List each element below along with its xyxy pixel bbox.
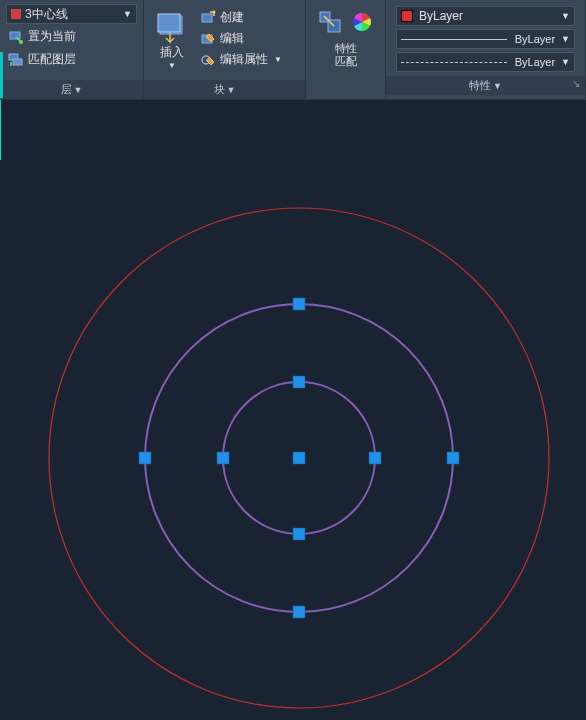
drawing-canvas[interactable] <box>0 100 586 720</box>
grip-mid-left[interactable] <box>139 452 151 464</box>
grip-inner-left[interactable] <box>217 452 229 464</box>
edit-attr-label: 编辑属性 <box>220 51 268 68</box>
insert-block-label: 插入 <box>160 44 184 61</box>
create-block-button[interactable]: 创建 <box>198 8 299 27</box>
color-value: ByLayer <box>419 9 463 23</box>
linetype-preview-icon <box>401 62 507 63</box>
svg-rect-3 <box>13 59 22 65</box>
color-wheel-icon <box>350 10 374 34</box>
edit-block-icon <box>200 31 216 47</box>
block-panel: 插入 ▼ 创建 编辑 <box>144 0 306 99</box>
chevron-down-icon: ▼ <box>561 34 570 44</box>
chevron-down-icon: ▼ <box>561 11 570 21</box>
color-wheel-button[interactable] <box>348 8 376 36</box>
properties-panel-title[interactable]: 特性▼ ↘ <box>386 76 585 95</box>
edit-block-label: 编辑 <box>220 30 244 47</box>
create-block-label: 创建 <box>220 9 244 26</box>
grip-inner-top[interactable] <box>293 376 305 388</box>
layer-current-name: 3中心线 <box>25 6 68 23</box>
layer-panel-title[interactable]: 层▼ <box>0 80 143 99</box>
svg-point-1 <box>19 40 23 44</box>
dialog-launcher-icon[interactable]: ↘ <box>572 78 580 89</box>
edit-block-button[interactable]: 编辑 <box>198 29 299 48</box>
chevron-down-icon: ▼ <box>274 55 282 64</box>
drawing-svg <box>0 100 586 720</box>
properties-panel: ByLayer ▼ ByLayer ▼ ByLayer ▼ 特性▼ ↘ <box>386 0 586 99</box>
create-block-icon <box>200 10 216 26</box>
svg-rect-6 <box>202 14 212 22</box>
lineweight-value: ByLayer <box>507 33 555 45</box>
grip-inner-bottom[interactable] <box>293 528 305 540</box>
set-current-icon <box>8 29 24 45</box>
color-swatch-icon <box>401 10 413 22</box>
layer-panel: 3中心线 ▼ 置为当前 匹配图层 层▼ <box>0 0 144 99</box>
match-properties-button[interactable] <box>316 8 344 36</box>
grip-inner-right[interactable] <box>369 452 381 464</box>
match-layer-label: 匹配图层 <box>28 51 76 68</box>
chevron-down-icon: ▼ <box>493 81 502 91</box>
edit-attr-button[interactable]: 编辑属性 ▼ <box>198 50 299 69</box>
grip-mid-right[interactable] <box>447 452 459 464</box>
layer-color-swatch <box>11 9 21 19</box>
lineweight-dropdown[interactable]: ByLayer ▼ <box>396 29 575 49</box>
grip-mid-top[interactable] <box>293 298 305 310</box>
svg-rect-5 <box>158 14 180 32</box>
svg-point-7 <box>213 10 216 13</box>
linetype-value: ByLayer <box>507 56 555 68</box>
svg-rect-0 <box>10 32 20 39</box>
lineweight-preview-icon <box>401 39 507 40</box>
edit-attr-icon <box>200 52 216 68</box>
insert-block-button[interactable]: 插入 ▼ <box>150 4 194 78</box>
chevron-down-icon: ▼ <box>74 85 83 95</box>
block-panel-title[interactable]: 块▼ <box>144 80 305 99</box>
linetype-dropdown[interactable]: ByLayer ▼ <box>396 52 575 72</box>
set-current-layer-button[interactable]: 置为当前 <box>6 26 137 47</box>
match-props-label: 特性 匹配 <box>335 42 357 68</box>
chevron-down-icon: ▼ <box>168 61 176 70</box>
match-properties-panel: 特性 匹配 <box>306 0 386 99</box>
grip-center[interactable] <box>293 452 305 464</box>
insert-block-icon <box>156 12 188 44</box>
chevron-down-icon: ▼ <box>561 57 570 67</box>
match-layer-icon <box>8 52 24 68</box>
match-properties-icon <box>318 10 342 34</box>
ribbon-toolbar: 3中心线 ▼ 置为当前 匹配图层 层▼ <box>0 0 586 100</box>
chevron-down-icon: ▼ <box>123 9 132 19</box>
color-dropdown[interactable]: ByLayer ▼ <box>396 6 575 26</box>
grip-mid-bottom[interactable] <box>293 606 305 618</box>
viewport-indicator <box>0 52 3 98</box>
layer-dropdown[interactable]: 3中心线 ▼ <box>6 4 137 24</box>
set-current-label: 置为当前 <box>28 28 76 45</box>
match-layer-button[interactable]: 匹配图层 <box>6 49 137 70</box>
chevron-down-icon: ▼ <box>227 85 236 95</box>
